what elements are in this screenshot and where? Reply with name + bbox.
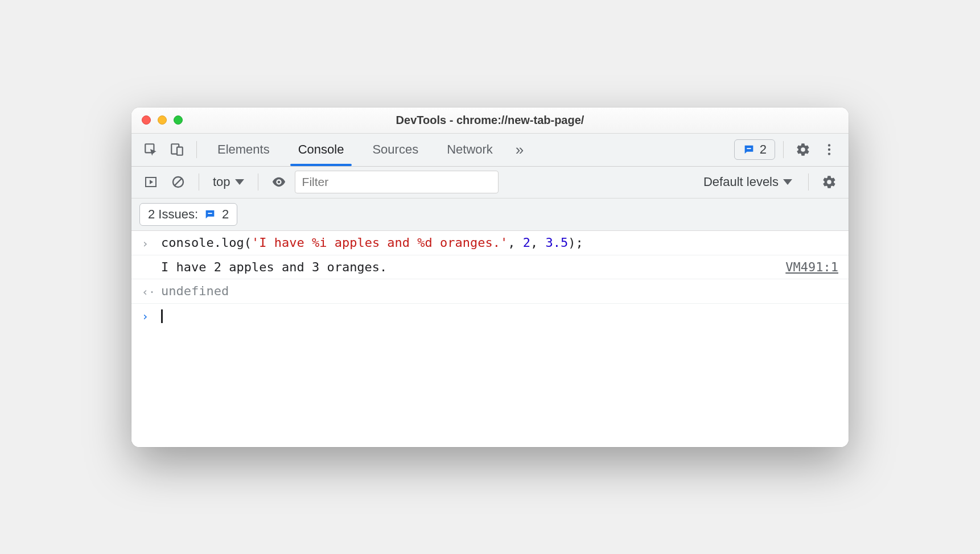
titlebar: DevTools - chrome://new-tab-page/ — [131, 108, 849, 134]
input-marker-icon: › — [142, 235, 161, 250]
token-sep: , — [508, 235, 523, 250]
issues-chip-label: 2 Issues: — [148, 207, 198, 222]
inspect-icon[interactable] — [139, 138, 162, 161]
svg-rect-11 — [208, 213, 212, 214]
svg-point-5 — [828, 148, 830, 151]
console-body: › console.log('I have %i apples and %d o… — [131, 231, 849, 447]
text-cursor — [161, 309, 163, 323]
divider — [808, 173, 809, 191]
more-tabs-button[interactable]: » — [509, 141, 530, 159]
tab-console[interactable]: Console — [286, 133, 357, 166]
console-output-row: I have 2 apples and 3 oranges. VM491:1 — [131, 255, 849, 279]
more-options-icon[interactable] — [818, 138, 841, 161]
svg-line-9 — [175, 179, 182, 185]
token-number: 3.5 — [546, 235, 569, 250]
token-string: 'I have %i apples and %d oranges.' — [252, 235, 508, 250]
settings-icon[interactable] — [792, 138, 814, 161]
device-toggle-icon[interactable] — [166, 138, 188, 161]
console-prompt-input[interactable] — [161, 308, 838, 323]
token-number: 2 — [523, 235, 530, 250]
issues-chip-count: 2 — [222, 207, 229, 222]
chevron-down-icon — [783, 179, 792, 185]
window-title: DevTools - chrome://new-tab-page/ — [131, 114, 849, 127]
token-sep: , — [530, 235, 546, 250]
chevron-down-icon — [235, 179, 244, 185]
context-label: top — [213, 175, 230, 189]
tab-sources[interactable]: Sources — [360, 133, 431, 166]
main-tabbar: Elements Console Sources Network » 2 — [131, 134, 849, 167]
issues-badge[interactable]: 2 — [734, 139, 775, 160]
console-input-expression[interactable]: console.log('I have %i apples and %d ora… — [161, 235, 838, 250]
svg-rect-3 — [747, 148, 751, 149]
return-marker-icon: ‹· — [142, 284, 161, 299]
clear-console-icon[interactable] — [167, 171, 190, 193]
console-settings-icon[interactable] — [818, 171, 841, 193]
console-toolbar: top Default levels — [131, 167, 849, 199]
console-output-text: I have 2 apples and 3 oranges. — [161, 260, 777, 274]
tab-elements[interactable]: Elements — [205, 133, 282, 166]
live-expression-icon[interactable] — [267, 171, 290, 193]
divider — [199, 173, 199, 191]
divider — [783, 141, 784, 158]
divider — [196, 141, 197, 158]
svg-rect-2 — [177, 147, 183, 155]
console-input-row: › console.log('I have %i apples and %d o… — [131, 231, 849, 255]
console-return-value: undefined — [161, 284, 838, 298]
svg-point-10 — [277, 181, 280, 184]
context-selector[interactable]: top — [208, 175, 249, 189]
svg-point-4 — [828, 144, 830, 146]
filter-input[interactable] — [295, 171, 499, 193]
devtools-window: DevTools - chrome://new-tab-page/ Elemen… — [131, 108, 849, 447]
console-return-row: ‹· undefined — [131, 279, 849, 304]
divider — [258, 173, 258, 191]
tab-network[interactable]: Network — [434, 133, 505, 166]
token-call: console.log( — [161, 235, 252, 250]
toggle-drawer-icon[interactable] — [139, 171, 162, 193]
source-link[interactable]: VM491:1 — [777, 260, 838, 274]
issue-icon — [204, 208, 216, 221]
log-level-selector[interactable]: Default levels — [697, 175, 799, 189]
console-prompt-row[interactable]: › — [131, 304, 849, 328]
output-gutter — [142, 260, 161, 261]
issues-badge-count: 2 — [760, 142, 767, 157]
prompt-marker-icon: › — [142, 308, 161, 323]
log-level-label: Default levels — [703, 175, 779, 189]
issues-row: 2 Issues: 2 — [131, 199, 849, 231]
issues-chip[interactable]: 2 Issues: 2 — [139, 203, 237, 226]
svg-point-6 — [828, 152, 830, 155]
issue-icon — [743, 143, 755, 156]
token-suffix: ); — [568, 235, 583, 250]
